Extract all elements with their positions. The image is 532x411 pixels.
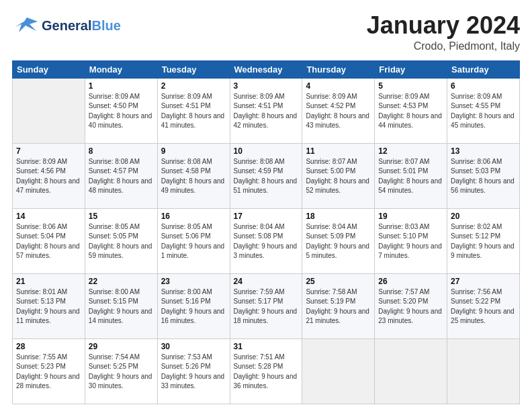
day-number: 12: [378, 146, 443, 156]
day-number: 3: [234, 81, 299, 91]
calendar-cell: 27 Sunrise: 7:56 AMSunset: 5:22 PMDaylig…: [447, 273, 520, 338]
calendar-cell: 3 Sunrise: 8:09 AMSunset: 4:51 PMDayligh…: [230, 78, 302, 143]
calendar-table: SundayMondayTuesdayWednesdayThursdayFrid…: [12, 60, 520, 404]
day-info: Sunrise: 7:59 AMSunset: 5:17 PMDaylight:…: [234, 287, 299, 326]
calendar-cell: 4 Sunrise: 8:09 AMSunset: 4:52 PMDayligh…: [302, 78, 375, 143]
day-info: Sunrise: 7:55 AMSunset: 5:23 PMDaylight:…: [16, 353, 81, 392]
day-number: 17: [234, 212, 299, 221]
day-number: 4: [306, 81, 371, 91]
day-info: Sunrise: 7:58 AMSunset: 5:19 PMDaylight:…: [306, 287, 371, 326]
day-number: 10: [234, 146, 299, 156]
calendar-cell: 13 Sunrise: 8:06 AMSunset: 5:03 PMDaylig…: [447, 143, 520, 208]
calendar-cell: 18 Sunrise: 8:04 AMSunset: 5:09 PMDaylig…: [302, 208, 375, 273]
day-info: Sunrise: 8:09 AMSunset: 4:52 PMDaylight:…: [306, 92, 371, 131]
day-number: 30: [161, 342, 226, 351]
day-info: Sunrise: 8:09 AMSunset: 4:55 PMDaylight:…: [451, 92, 516, 131]
calendar-cell: 24 Sunrise: 7:59 AMSunset: 5:17 PMDaylig…: [230, 273, 302, 338]
calendar-cell: 14 Sunrise: 8:06 AMSunset: 5:04 PMDaylig…: [13, 208, 85, 273]
calendar-cell: 19 Sunrise: 8:03 AMSunset: 5:10 PMDaylig…: [375, 208, 447, 273]
day-number: 1: [89, 81, 154, 91]
calendar-cell: 11 Sunrise: 8:07 AMSunset: 5:00 PMDaylig…: [302, 143, 375, 208]
day-number: 25: [306, 277, 371, 286]
day-info: Sunrise: 8:05 AMSunset: 5:05 PMDaylight:…: [89, 222, 154, 261]
day-number: 20: [451, 212, 516, 221]
day-number: 21: [16, 277, 81, 286]
calendar-cell: 29 Sunrise: 7:54 AMSunset: 5:25 PMDaylig…: [85, 338, 157, 404]
day-number: 15: [89, 212, 154, 221]
calendar-cell: 1 Sunrise: 8:09 AMSunset: 4:50 PMDayligh…: [85, 78, 157, 143]
day-info: Sunrise: 8:04 AMSunset: 5:08 PMDaylight:…: [234, 222, 299, 261]
day-number: 14: [16, 212, 81, 221]
calendar-cell: 10 Sunrise: 8:08 AMSunset: 4:59 PMDaylig…: [230, 143, 302, 208]
calendar-cell: 23 Sunrise: 8:00 AMSunset: 5:16 PMDaylig…: [157, 273, 230, 338]
day-number: 22: [89, 277, 154, 286]
day-info: Sunrise: 8:04 AMSunset: 5:09 PMDaylight:…: [306, 222, 371, 261]
day-info: Sunrise: 8:08 AMSunset: 4:58 PMDaylight:…: [161, 157, 226, 196]
day-number: 13: [451, 146, 516, 156]
day-number: 28: [16, 342, 81, 351]
logo-icon: [12, 12, 39, 39]
calendar-cell: 26 Sunrise: 7:57 AMSunset: 5:20 PMDaylig…: [375, 273, 447, 338]
weekday-header: Tuesday: [157, 60, 230, 78]
day-info: Sunrise: 8:07 AMSunset: 5:00 PMDaylight:…: [306, 157, 371, 196]
day-info: Sunrise: 8:08 AMSunset: 4:59 PMDaylight:…: [234, 157, 299, 196]
calendar-cell: 16 Sunrise: 8:05 AMSunset: 5:06 PMDaylig…: [157, 208, 230, 273]
calendar-header-row: SundayMondayTuesdayWednesdayThursdayFrid…: [13, 60, 520, 78]
day-info: Sunrise: 8:02 AMSunset: 5:12 PMDaylight:…: [451, 222, 516, 261]
day-info: Sunrise: 8:06 AMSunset: 5:04 PMDaylight:…: [16, 222, 81, 261]
calendar-cell: 6 Sunrise: 8:09 AMSunset: 4:55 PMDayligh…: [447, 78, 520, 143]
day-info: Sunrise: 8:07 AMSunset: 5:01 PMDaylight:…: [378, 157, 443, 196]
day-number: 8: [89, 146, 154, 156]
calendar-cell: 28 Sunrise: 7:55 AMSunset: 5:23 PMDaylig…: [13, 338, 85, 404]
calendar-cell: 7 Sunrise: 8:09 AMSunset: 4:56 PMDayligh…: [13, 143, 85, 208]
day-number: 31: [234, 342, 299, 351]
day-info: Sunrise: 8:05 AMSunset: 5:06 PMDaylight:…: [161, 222, 226, 261]
calendar-cell: 25 Sunrise: 7:58 AMSunset: 5:19 PMDaylig…: [302, 273, 375, 338]
day-number: 2: [161, 81, 226, 91]
weekday-header: Thursday: [302, 60, 375, 78]
day-number: 7: [16, 146, 81, 156]
weekday-header: Monday: [85, 60, 157, 78]
calendar-cell: 30 Sunrise: 7:53 AMSunset: 5:26 PMDaylig…: [157, 338, 230, 404]
logo: GeneralBlue: [12, 12, 121, 39]
weekday-header: Saturday: [447, 60, 520, 78]
day-number: 24: [234, 277, 299, 286]
calendar-cell: 31 Sunrise: 7:51 AMSunset: 5:28 PMDaylig…: [230, 338, 302, 404]
calendar-cell: 12 Sunrise: 8:07 AMSunset: 5:01 PMDaylig…: [375, 143, 447, 208]
day-info: Sunrise: 8:06 AMSunset: 5:03 PMDaylight:…: [451, 157, 516, 196]
day-number: 27: [451, 277, 516, 286]
header: GeneralBlue January 2024 Crodo, Piedmont…: [12, 12, 520, 52]
calendar-cell: 9 Sunrise: 8:08 AMSunset: 4:58 PMDayligh…: [157, 143, 230, 208]
logo-text: GeneralBlue: [42, 18, 121, 33]
calendar-week-row: 28 Sunrise: 7:55 AMSunset: 5:23 PMDaylig…: [13, 338, 520, 404]
day-number: 6: [451, 81, 516, 91]
day-info: Sunrise: 7:53 AMSunset: 5:26 PMDaylight:…: [161, 353, 226, 392]
svg-marker-0: [15, 17, 38, 32]
calendar-week-row: 7 Sunrise: 8:09 AMSunset: 4:56 PMDayligh…: [13, 143, 520, 208]
weekday-header: Wednesday: [230, 60, 302, 78]
day-number: 18: [306, 212, 371, 221]
calendar-cell: [302, 338, 375, 404]
calendar-cell: 22 Sunrise: 8:00 AMSunset: 5:15 PMDaylig…: [85, 273, 157, 338]
calendar-cell: 17 Sunrise: 8:04 AMSunset: 5:08 PMDaylig…: [230, 208, 302, 273]
calendar-cell: 5 Sunrise: 8:09 AMSunset: 4:53 PMDayligh…: [375, 78, 447, 143]
month-title: January 2024: [367, 12, 520, 39]
day-info: Sunrise: 8:09 AMSunset: 4:56 PMDaylight:…: [16, 157, 81, 196]
weekday-header: Sunday: [13, 60, 85, 78]
calendar-cell: [447, 338, 520, 404]
calendar-week-row: 21 Sunrise: 8:01 AMSunset: 5:13 PMDaylig…: [13, 273, 520, 338]
calendar-cell: 20 Sunrise: 8:02 AMSunset: 5:12 PMDaylig…: [447, 208, 520, 273]
day-number: 16: [161, 212, 226, 221]
day-number: 29: [89, 342, 154, 351]
day-number: 5: [378, 81, 443, 91]
day-info: Sunrise: 8:09 AMSunset: 4:51 PMDaylight:…: [161, 92, 226, 131]
day-info: Sunrise: 8:03 AMSunset: 5:10 PMDaylight:…: [378, 222, 443, 261]
day-info: Sunrise: 8:09 AMSunset: 4:51 PMDaylight:…: [234, 92, 299, 131]
calendar-cell: [13, 78, 85, 143]
day-info: Sunrise: 8:08 AMSunset: 4:57 PMDaylight:…: [89, 157, 154, 196]
calendar-cell: [375, 338, 447, 404]
day-info: Sunrise: 8:00 AMSunset: 5:15 PMDaylight:…: [89, 287, 154, 326]
day-info: Sunrise: 7:57 AMSunset: 5:20 PMDaylight:…: [378, 287, 443, 326]
calendar-cell: 21 Sunrise: 8:01 AMSunset: 5:13 PMDaylig…: [13, 273, 85, 338]
day-info: Sunrise: 8:01 AMSunset: 5:13 PMDaylight:…: [16, 287, 81, 326]
